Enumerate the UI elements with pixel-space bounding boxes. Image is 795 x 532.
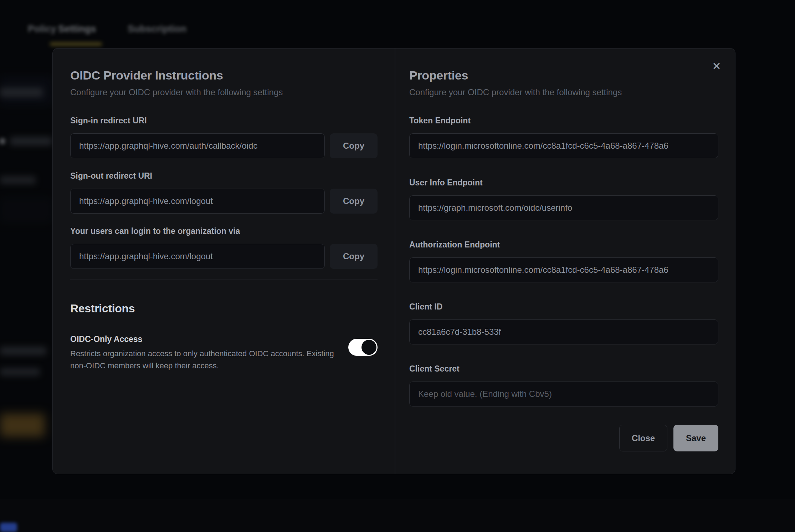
- userinfo-endpoint-input[interactable]: [409, 195, 718, 220]
- client-secret-label: Client Secret: [409, 364, 718, 374]
- restrictions-title: Restrictions: [70, 302, 378, 315]
- signout-redirect-group: Sign-out redirect URI Copy: [70, 171, 378, 214]
- instructions-subtitle: Configure your OIDC provider with the fo…: [70, 87, 378, 97]
- signout-redirect-label: Sign-out redirect URI: [70, 171, 378, 181]
- copy-button[interactable]: Copy: [330, 244, 378, 269]
- oidc-only-access-label: OIDC-Only Access: [70, 334, 338, 344]
- token-endpoint-group: Token Endpoint: [409, 116, 718, 158]
- copy-button[interactable]: Copy: [330, 133, 378, 158]
- signin-redirect-group: Sign-in redirect URI Copy: [70, 116, 378, 158]
- close-button[interactable]: Close: [619, 425, 667, 451]
- oidc-only-access-toggle[interactable]: [348, 339, 378, 356]
- modal-actions: Close Save: [619, 425, 718, 451]
- signout-redirect-input[interactable]: [70, 189, 325, 214]
- client-id-input[interactable]: [409, 319, 718, 344]
- authorization-endpoint-input[interactable]: [409, 257, 718, 282]
- client-secret-input[interactable]: [409, 382, 718, 406]
- properties-subtitle: Configure your OIDC provider with the fo…: [409, 87, 718, 97]
- instructions-column: OIDC Provider Instructions Configure you…: [53, 48, 394, 474]
- authorization-endpoint-group: Authorization Endpoint: [409, 240, 718, 282]
- client-secret-group: Client Secret: [409, 364, 718, 406]
- toggle-thumb: [361, 340, 376, 355]
- login-via-label: Your users can login to the organization…: [70, 226, 378, 236]
- userinfo-endpoint-label: User Info Endpoint: [409, 178, 718, 188]
- token-endpoint-input[interactable]: [409, 133, 718, 158]
- properties-column: Properties Configure your OIDC provider …: [394, 48, 735, 474]
- client-id-group: Client ID: [409, 302, 718, 344]
- save-button[interactable]: Save: [673, 425, 718, 451]
- login-via-input[interactable]: [70, 244, 325, 269]
- oidc-only-access-description: Restricts organization access to only au…: [70, 348, 338, 372]
- section-divider: [70, 280, 378, 280]
- login-via-group: Your users can login to the organization…: [70, 226, 378, 269]
- oidc-only-access-row: OIDC-Only Access Restricts organization …: [70, 334, 378, 372]
- signin-redirect-input[interactable]: [70, 133, 325, 158]
- copy-button[interactable]: Copy: [330, 189, 378, 214]
- oidc-settings-modal: ✕ OIDC Provider Instructions Configure y…: [52, 48, 735, 474]
- client-id-label: Client ID: [409, 302, 718, 312]
- authorization-endpoint-label: Authorization Endpoint: [409, 240, 718, 250]
- token-endpoint-label: Token Endpoint: [409, 116, 718, 126]
- signin-redirect-label: Sign-in redirect URI: [70, 116, 378, 126]
- instructions-title: OIDC Provider Instructions: [70, 68, 378, 82]
- userinfo-endpoint-group: User Info Endpoint: [409, 178, 718, 220]
- properties-title: Properties: [409, 68, 718, 82]
